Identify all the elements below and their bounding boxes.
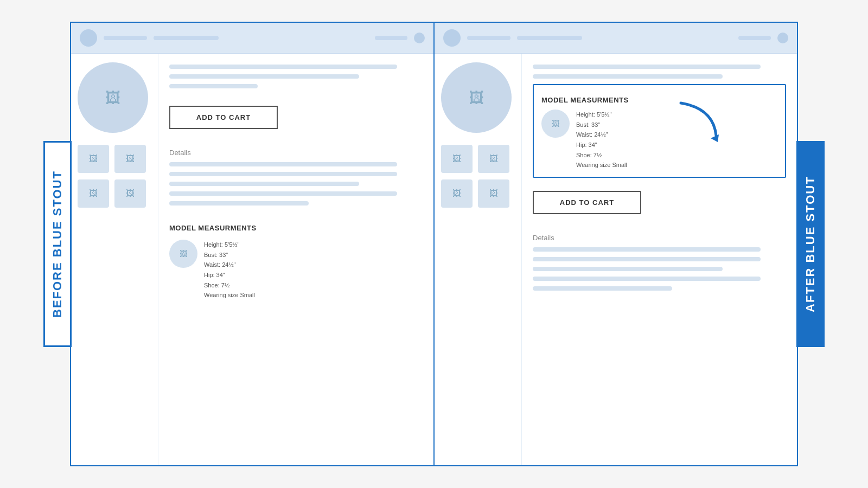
before-add-to-cart-button[interactable]: ADD TO CART <box>169 106 278 129</box>
before-page-content: 🖼 🖼 🖼 🖼 🖼 ADD TO CART <box>71 54 433 465</box>
after-detail-line-2 <box>533 257 761 261</box>
before-label: BEFORE BLUE STOUT <box>43 141 72 347</box>
before-detail-line-1 <box>169 162 397 166</box>
nav-circle-sm-left <box>414 33 425 43</box>
after-title-line-1 <box>533 65 761 69</box>
before-wearing: Wearing size Small <box>204 290 255 300</box>
after-bust: Bust: 33" <box>576 120 627 130</box>
after-hip: Hip: 34" <box>576 140 627 150</box>
after-detail-line-3 <box>533 267 723 271</box>
after-thumb-row-2: 🖼 🖼 <box>441 179 515 208</box>
after-detail-line-4 <box>533 277 761 281</box>
before-height: Height: 5'5½" <box>204 240 255 250</box>
before-section-title: MODEL MEASURMENTS <box>169 224 423 232</box>
after-main-image: 🖼 <box>441 62 512 133</box>
before-measurements-thumb: 🖼 <box>169 240 197 268</box>
before-thumb-4[interactable]: 🖼 <box>114 179 146 208</box>
after-section-title: MODEL MEASURMENTS <box>541 96 777 104</box>
after-measurements-section: 🖼 Height: 5'5½" Bust: 33" Waist: 24½" Hi… <box>541 110 777 170</box>
after-measurements-text: Height: 5'5½" Bust: 33" Waist: 24½" Hip:… <box>576 110 627 170</box>
before-thumb-row-1: 🖼 🖼 <box>78 145 151 173</box>
after-thumb-4[interactable]: 🖼 <box>478 179 509 208</box>
before-bust: Bust: 33" <box>204 250 255 260</box>
after-product-detail: MODEL MEASURMENTS 🖼 Height: 5'5½" Bust: … <box>521 54 797 465</box>
before-measurements-section: 🖼 Height: 5'5½" Bust: 33" Waist: 24½" Hi… <box>169 240 423 300</box>
highlight-arrow <box>675 98 724 146</box>
main-container: BEFORE BLUE STOUT 🖼 🖼 🖼 🖼 <box>43 22 825 466</box>
nav-line-r2 <box>517 36 582 40</box>
after-details-label: Details <box>533 234 786 242</box>
before-detail-line-3 <box>169 182 359 186</box>
after-thumb-2[interactable]: 🖼 <box>478 145 509 173</box>
after-detail-line-5 <box>533 286 672 291</box>
before-main-image-icon: 🖼 <box>105 89 120 107</box>
nav-line-2 <box>154 36 219 40</box>
before-thumb-sidebar: 🖼 🖼 🖼 🖼 🖼 <box>71 54 158 465</box>
before-title-line-2 <box>169 74 359 79</box>
before-shoe: Shoe: 7½ <box>204 280 255 291</box>
spacer-2 <box>169 138 423 141</box>
spacer-3 <box>169 211 423 214</box>
after-main-image-icon: 🖼 <box>469 89 484 107</box>
after-waist: Waist: 24½" <box>576 130 627 140</box>
before-price-line <box>169 84 258 88</box>
spacer-1 <box>169 94 423 97</box>
before-main-image: 🖼 <box>78 62 148 133</box>
after-thumb-sidebar: 🖼 🖼 🖼 🖼 🖼 <box>435 54 521 465</box>
nav-circle-right <box>443 29 461 47</box>
before-panel: 🖼 🖼 🖼 🖼 🖼 ADD TO CART <box>70 22 434 466</box>
browser-nav-right <box>435 23 797 54</box>
nav-line-r3 <box>738 36 771 40</box>
nav-line-3 <box>375 36 407 40</box>
after-add-to-cart-button[interactable]: ADD TO CART <box>533 191 641 214</box>
after-detail-line-1 <box>533 247 761 252</box>
after-label: AFTER BLUE STOUT <box>796 141 825 347</box>
after-panel: 🖼 🖼 🖼 🖼 🖼 MODEL MEASURMENTS <box>434 22 798 466</box>
before-detail-line-4 <box>169 191 397 196</box>
after-thumb-row-1: 🖼 🖼 <box>441 145 515 173</box>
nav-line-1 <box>104 36 147 40</box>
before-measurements-text: Height: 5'5½" Bust: 33" Waist: 24½" Hip:… <box>204 240 255 300</box>
after-highlight-box: MODEL MEASURMENTS 🖼 Height: 5'5½" Bust: … <box>533 84 786 178</box>
arrow-container <box>675 98 724 149</box>
after-thumb-3[interactable]: 🖼 <box>441 179 473 208</box>
after-measurements-thumb: 🖼 <box>541 110 570 138</box>
after-wearing: Wearing size Small <box>576 160 627 170</box>
after-shoe: Shoe: 7½ <box>576 150 627 160</box>
before-waist: Waist: 24½" <box>204 260 255 270</box>
before-thumb-3[interactable]: 🖼 <box>78 179 109 208</box>
after-spacer-1 <box>533 223 786 226</box>
before-details-label: Details <box>169 149 423 157</box>
before-thumb-1[interactable]: 🖼 <box>78 145 109 173</box>
before-thumb-row-2: 🖼 🖼 <box>78 179 151 208</box>
browser-nav-left <box>71 23 433 54</box>
after-title-line-2 <box>533 74 723 79</box>
before-title-line-1 <box>169 65 397 69</box>
before-detail-line-2 <box>169 172 397 176</box>
before-detail-line-5 <box>169 201 309 206</box>
before-thumb-2[interactable]: 🖼 <box>114 145 146 173</box>
nav-circle-sm-right <box>777 33 788 43</box>
nav-line-r1 <box>467 36 510 40</box>
after-height: Height: 5'5½" <box>576 110 627 120</box>
after-page-content: 🖼 🖼 🖼 🖼 🖼 MODEL MEASURMENTS <box>435 54 797 465</box>
nav-circle-left <box>80 29 97 47</box>
before-product-detail: ADD TO CART Details MODEL MEASURMENTS 🖼 … <box>158 54 433 465</box>
after-thumb-1[interactable]: 🖼 <box>441 145 473 173</box>
before-hip: Hip: 34" <box>204 270 255 280</box>
